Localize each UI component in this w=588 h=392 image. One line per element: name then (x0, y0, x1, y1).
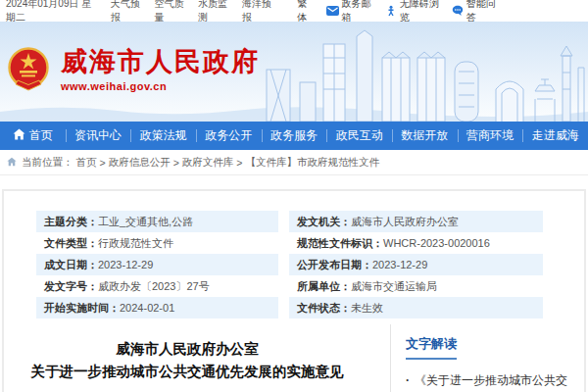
meta-label: 公开发布日期： (297, 258, 372, 272)
meta-label: 发文字号： (44, 279, 98, 294)
breadcrumb-separator: > (236, 157, 242, 169)
meta-cell-effective-date: 开始实施时间：2024-02-01 (36, 297, 278, 318)
breadcrumb-item-doc-library[interactable]: 政府文件库 (182, 156, 234, 170)
tab-text-interpretation[interactable]: 文字解读 (406, 335, 457, 360)
meta-row: 开始实施时间：2024-02-01 文件状态：未生效 (36, 297, 543, 318)
meta-cell-doc-number: 发文字号：威政办发〔2023〕27号 (36, 275, 278, 297)
document-title-line1: 威海市人民政府办公室 (14, 338, 361, 361)
chat-icon (452, 5, 464, 17)
meta-value: 威海市交通运输局 (351, 279, 437, 294)
meta-label: 主题分类： (44, 215, 98, 229)
top-utility-bar: 2024年01月09日 星期二 天气预报 空气质量 水质监测 海洋预报 繁体 政… (0, 0, 588, 22)
nav-label-gov-services: 政务服务 (270, 127, 318, 144)
meta-row: 文件类型：行政规范性文件 规范性文件标识：WHCR-2023-0020016 (36, 232, 543, 254)
nav-item-policies[interactable]: 政策法规 (130, 122, 196, 150)
document-panel: 主题分类：工业_交通其他,公路 发文机关：威海市人民政府办公室 文件类型：行政规… (2, 189, 586, 392)
nav-label-interaction: 政民互动 (336, 127, 383, 144)
meta-value: 2023-12-29 (98, 259, 153, 270)
meta-label: 文件类型： (44, 236, 98, 251)
nav-label-policies: 政策法规 (140, 127, 187, 144)
nav-item-gov-services[interactable]: 政务服务 (262, 122, 327, 150)
home-icon (13, 128, 25, 143)
meta-row: 主题分类：工业_交通其他,公路 发文机关：威海市人民政府办公室 (36, 211, 543, 232)
nav-label-business-env: 营商环境 (466, 127, 514, 144)
meta-cell-issuing-org: 发文机关：威海市人民政府办公室 (289, 211, 543, 232)
site-url: www.weihai.gov.cn (61, 80, 260, 92)
nav-label-home: 首页 (29, 127, 53, 144)
breadcrumb-item-gov-info[interactable]: 政府信息公开 (109, 156, 171, 170)
main-nav: 首页 资讯中心 政策法规 政务公开 政务服务 政民互动 数据开放 营商环境 走进… (0, 122, 588, 150)
meta-row: 发文字号：威政办发〔2023〕27号 所属单位：威海市交通运输局 (36, 275, 543, 297)
meta-value: 2023-12-29 (372, 259, 427, 270)
site-identity[interactable]: 威海市人民政府 www.weihai.gov.cn (61, 47, 260, 92)
meta-value: 威政办发〔2023〕27号 (98, 279, 210, 294)
site-banner: 威海市人民政府 www.weihai.gov.cn (0, 22, 588, 122)
breadcrumb-separator: > (100, 157, 106, 169)
meta-value: 工业_交通其他,公路 (98, 215, 193, 229)
policy-interpretation-link[interactable]: 《关于进一步推动城市公共交通优先发展的实施意见》政策解读 (406, 371, 572, 392)
panel-lower-section: 威海市人民政府办公室 关于进一步推动城市公共交通优先发展的实施意见 文字解读 《… (4, 324, 584, 392)
nav-label-data-open: 数据开放 (401, 127, 448, 144)
meta-cell-doc-id: 规范性文件标识：WHCR-2023-0020016 (289, 232, 543, 254)
nav-label-news-center: 资讯中心 (74, 127, 122, 144)
meta-value: 未生效 (351, 301, 383, 316)
document-title-line2: 关于进一步推动城市公共交通优先发展的实施意见 (14, 361, 361, 383)
meta-cell-topic: 主题分类：工业_交通其他,公路 (36, 211, 278, 232)
site-title: 威海市人民政府 (61, 47, 260, 76)
nav-label-gov-open: 政务公开 (205, 127, 252, 144)
meta-label: 成文日期： (44, 258, 98, 272)
meta-label: 所属单位： (297, 279, 351, 294)
document-meta-table: 主题分类：工业_交通其他,公路 发文机关：威海市人民政府办公室 文件类型：行政规… (36, 211, 543, 318)
nav-item-interaction[interactable]: 政民互动 (326, 122, 392, 150)
meta-cell-publish-date: 公开发布日期：2023-12-29 (289, 254, 543, 275)
nav-item-news-center[interactable]: 资讯中心 (66, 122, 131, 150)
meta-label: 开始实施时间： (44, 301, 120, 316)
nav-label-about-weihai: 走进威海 (532, 127, 579, 144)
nav-item-home[interactable]: 首页 (0, 122, 66, 150)
china-national-emblem (8, 47, 49, 98)
meta-value: 威海市人民政府办公室 (351, 215, 459, 229)
breadcrumb-home-icon (7, 157, 19, 169)
nav-item-data-open[interactable]: 数据开放 (392, 122, 458, 150)
city-skyline-illustration (263, 28, 586, 122)
breadcrumb-item-normative-docs[interactable]: 【文件库】市政府规范性文件 (245, 156, 379, 170)
meta-label: 发文机关： (297, 215, 351, 229)
mail-icon (326, 6, 339, 16)
meta-value: WHCR-2023-0020016 (383, 237, 490, 249)
meta-value: 2024-02-01 (120, 302, 174, 314)
nav-item-business-env[interactable]: 营商环境 (458, 122, 523, 150)
breadcrumb: 当前位置： 首页 > 政府信息公开 > 政府文件库 > 【文件库】市政府规范性文… (0, 150, 588, 175)
meta-cell-doc-status: 文件状态：未生效 (289, 297, 543, 318)
meta-label: 文件状态： (297, 301, 351, 316)
interpretation-sidebar: 文字解读 《关于进一步推动城市公共交通优先发展的实施意见》政策解读 (391, 324, 584, 392)
meta-row: 成文日期：2023-12-29 公开发布日期：2023-12-29 (36, 254, 543, 275)
nav-item-about-weihai[interactable]: 走进威海 (522, 122, 588, 150)
nav-item-gov-open[interactable]: 政务公开 (196, 122, 262, 150)
breadcrumb-prefix: 当前位置： (22, 156, 74, 170)
meta-value: 行政规范性文件 (98, 236, 173, 251)
meta-label: 规范性文件标识： (297, 236, 383, 251)
document-body-area: 威海市人民政府办公室 关于进一步推动城市公共交通优先发展的实施意见 (4, 324, 390, 392)
breadcrumb-item-home[interactable]: 首页 (76, 156, 97, 170)
breadcrumb-separator: > (173, 157, 179, 169)
meta-cell-owning-unit: 所属单位：威海市交通运输局 (289, 275, 543, 297)
meta-cell-doc-type: 文件类型：行政规范性文件 (36, 232, 278, 254)
meta-cell-written-date: 成文日期：2023-12-29 (36, 254, 278, 275)
accessibility-icon (385, 5, 397, 17)
